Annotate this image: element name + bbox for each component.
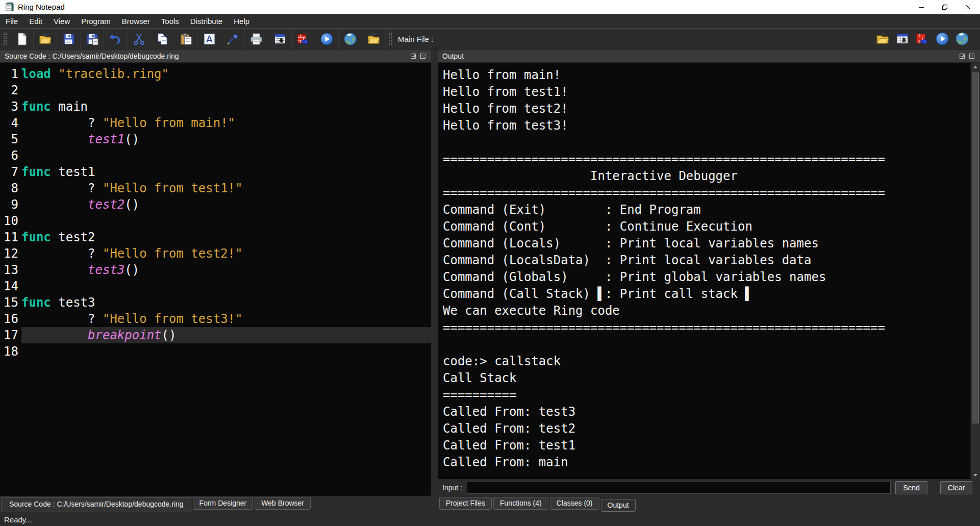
code-line-text: test3() [21, 262, 431, 278]
code-line-text: func test2 [21, 229, 431, 245]
line-number: 5 [0, 131, 18, 147]
font-icon [203, 32, 216, 46]
code-line[interactable]: 17 breakpoint() [0, 327, 431, 343]
run-browser-button[interactable] [339, 29, 362, 49]
code-line[interactable]: 8 ? "Hello from test1!" [0, 180, 431, 196]
tab-functions-4[interactable]: Functions (4) [493, 497, 548, 510]
code-line-text: breakpoint() [21, 327, 431, 343]
main-file-toolbar-grip[interactable] [389, 33, 392, 45]
toolbar-grip[interactable] [4, 33, 7, 45]
output-line: We can execute Ring code [443, 303, 970, 319]
print-button[interactable] [245, 29, 268, 49]
open-main-file-button[interactable] [362, 29, 386, 49]
debugger-input-field[interactable] [467, 482, 891, 494]
code-line[interactable]: 7func test1 [0, 164, 431, 180]
paste-button[interactable] [174, 29, 198, 49]
minimize-button[interactable] [910, 0, 933, 14]
mainfile-run-gui-button[interactable] [895, 29, 910, 49]
code-line[interactable]: 6 [0, 147, 431, 164]
debug-button[interactable] [292, 29, 315, 49]
source-header-icons [410, 53, 426, 60]
open-main-file-icon [367, 32, 381, 46]
menu-edit[interactable]: Edit [23, 14, 48, 28]
scrollbar-track[interactable] [972, 71, 979, 470]
output-line: Command (Call Stack) ▌: Print call stack… [443, 286, 970, 303]
code-line-text: ? "Hello from test1!" [21, 180, 431, 196]
format-brush-icon [226, 32, 240, 46]
line-number: 2 [0, 82, 18, 98]
run-gui-button[interactable] [268, 29, 292, 49]
scroll-up-icon[interactable] [971, 63, 980, 71]
tab-web-browser[interactable]: Web Browser [255, 497, 311, 510]
pane-splitter[interactable] [431, 49, 438, 513]
output-line: Called From: test2 [443, 420, 970, 437]
undo-button[interactable] [104, 29, 128, 49]
paste-icon [179, 32, 193, 46]
new-file-button[interactable] [10, 29, 34, 49]
line-number: 9 [0, 196, 18, 213]
code-line[interactable]: 5 test1() [0, 131, 431, 147]
output-float-icon[interactable] [959, 53, 966, 60]
font-button[interactable] [198, 29, 221, 49]
format-brush-button[interactable] [221, 29, 245, 49]
close-button[interactable] [957, 0, 980, 14]
undo-icon [109, 32, 122, 46]
open-main-file-icon [875, 32, 890, 46]
code-editor[interactable]: 1load "tracelib.ring"23func main4 ? "Hel… [0, 63, 431, 496]
tab-output[interactable]: Output [601, 499, 636, 512]
line-number: 7 [0, 164, 18, 180]
copy-button[interactable] [151, 29, 174, 49]
mainfile-run-browser-button[interactable] [954, 29, 970, 49]
output-line: Command (LocalsData) : Print local varia… [443, 252, 970, 269]
tab-source-code-c-users-samir-desktop-debugcode-ring[interactable]: Source Code : C:/Users/samir/Desktop/deb… [2, 497, 191, 512]
tab-classes-0[interactable]: Classes (0) [550, 497, 599, 510]
output-line: ========================================… [443, 151, 970, 168]
cut-button[interactable] [128, 29, 151, 49]
mainfile-debug-button[interactable] [915, 29, 930, 49]
scrollbar-thumb[interactable] [972, 72, 979, 423]
source-float-icon[interactable] [410, 53, 417, 60]
output-scrollbar[interactable] [970, 63, 980, 479]
scroll-down-icon[interactable] [971, 471, 980, 479]
code-line[interactable]: 1load "tracelib.ring" [0, 66, 431, 82]
mainfile-open-main-file-button[interactable] [875, 29, 890, 49]
menu-bar: FileEditViewProgramBrowserToolsDistribut… [0, 14, 980, 29]
menu-file[interactable]: File [0, 14, 23, 28]
code-line[interactable]: 10 [0, 213, 431, 229]
run-button[interactable] [315, 29, 339, 49]
maximize-button[interactable] [933, 0, 957, 14]
menu-help[interactable]: Help [228, 14, 255, 28]
tab-project-files[interactable]: Project Files [439, 497, 492, 510]
output-console[interactable]: Hello from main!Hello from test1!Hello f… [438, 63, 970, 479]
code-line[interactable]: 15func test3 [0, 294, 431, 311]
code-line[interactable]: 12 ? "Hello from test2!" [0, 245, 431, 262]
menu-program[interactable]: Program [76, 14, 116, 28]
code-line[interactable]: 4 ? "Hello from main!" [0, 115, 431, 131]
code-line[interactable]: 2 [0, 82, 431, 98]
menu-distribute[interactable]: Distribute [185, 14, 228, 28]
clear-button[interactable]: Clear [940, 481, 972, 494]
menu-tools[interactable]: Tools [156, 14, 185, 28]
mainfile-run-button[interactable] [935, 29, 950, 49]
toolbar-right [875, 29, 980, 49]
code-line[interactable]: 9 test2() [0, 196, 431, 213]
code-line[interactable]: 3func main [0, 98, 431, 115]
code-line[interactable]: 11func test2 [0, 229, 431, 245]
source-pane-title: Source Code : C:/Users/samir/Desktop/deb… [5, 52, 179, 60]
debug-icon [296, 32, 310, 46]
tab-form-designer[interactable]: Form Designer [193, 497, 254, 510]
code-line[interactable]: 16 ? "Hello from test3!" [0, 311, 431, 327]
code-line[interactable]: 14 [0, 278, 431, 294]
menu-browser[interactable]: Browser [116, 14, 156, 28]
save-button[interactable] [57, 29, 81, 49]
source-close-icon[interactable] [419, 53, 426, 60]
open-file-button[interactable] [34, 29, 57, 49]
send-button[interactable]: Send [895, 481, 927, 494]
output-close-icon[interactable] [968, 53, 975, 60]
code-line[interactable]: 13 test3() [0, 262, 431, 278]
title-bar: Ring Notepad [0, 0, 980, 14]
save-as-button[interactable] [81, 29, 104, 49]
code-line[interactable]: 18 [0, 343, 431, 360]
line-number: 15 [0, 294, 18, 311]
menu-view[interactable]: View [48, 14, 76, 28]
